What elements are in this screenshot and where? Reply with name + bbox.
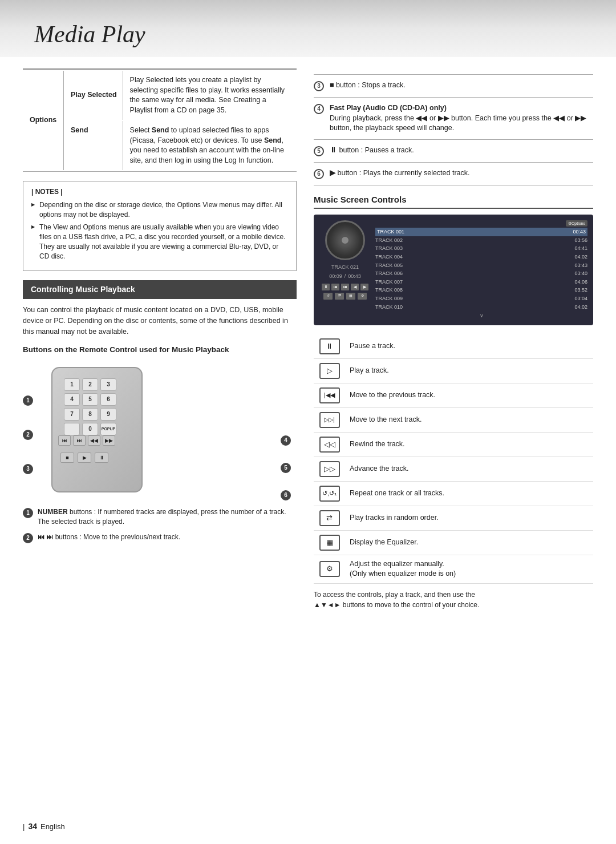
callout-2: 2 [23,430,33,440]
right-note-5-text: ⏸ button : Pauses a track. [330,146,414,156]
advance-icon-cell: ▷▷ [314,457,345,481]
controlling-header: Controlling Music Playback [23,280,297,300]
disc-center [342,237,348,244]
eq-desc: Display the Equalizer. [345,530,593,555]
screen-btn-eq2: ⚙ [358,293,367,300]
right-note-4-text: Fast Play (Audio CD (CD-DA) only) During… [330,103,593,134]
next-icon-cell: ▷▷| [314,407,345,432]
repeat-icon: ↺,↺₁ [319,486,340,502]
remote-nav: ⏮ ⏭ ◀◀ ▶▶ [58,435,115,446]
right-note-4: 4 Fast Play (Audio CD (CD-DA) only) Duri… [314,103,593,134]
shuffle-icon-cell: ⇄ [314,506,345,530]
btn-7: 7 [64,408,80,421]
remote-control: 1 2 3 4 5 6 7 8 9 0 POPUP [51,367,143,492]
send-text: Select Send to upload selected files to … [124,121,295,170]
shuffle-icon: ⇄ [319,510,340,526]
btn-prev-nav: ⏮ [58,435,71,446]
note-circle-1: 1 [23,508,33,518]
btn-ff: ▶▶ [103,435,115,446]
track-row: TRACK 00304:41 [375,244,587,253]
remote-transport: ■ ▶ ⏸ [60,453,108,463]
note-item-1: Depending on the disc or storage device,… [31,200,288,220]
note-circle-2: 2 [23,533,33,543]
track-row: TRACK 01004:02 [375,303,587,312]
page-language: English [40,822,65,832]
track-info: TRACK 021 [331,264,359,271]
right-note-5: 5 ⏸ button : Pauses a track. [314,146,593,156]
screen-btn-shuffle: ⇄ [335,293,344,300]
btn-0: 0 [82,423,98,435]
options-table: Options Play Selected Play Selected lets… [23,68,297,172]
disc-icon [325,220,365,260]
btn-3: 3 [100,378,116,391]
btn-empty [64,423,80,435]
remote-area: 1 2 3 1 2 3 4 5 6 7 8 [23,361,297,498]
eq-icon: ▦ [319,535,340,551]
repeat-desc: Repeat one track or all tracks. [345,481,593,506]
pause-desc: Pause a track. [345,334,593,359]
control-row-next: ▷▷| Move to the next track. [314,407,593,432]
screen-left: TRACK 021 00:09 / 00:43 ⏸ ⏮ ⏭ ◀ ▶ ↺ [319,220,371,320]
control-row-pause: ⏸ Pause a track. [314,334,593,359]
track-row-active: TRACK 001 00:43 [375,228,587,236]
buttons-section-title: Buttons on the Remote Control used for M… [23,345,297,356]
right-note-3: 3 ■ button : Stops a track. [314,80,593,91]
right-note-6: 6 ▶ button : Plays the currently selecte… [314,168,593,179]
screen-btn-ff: ▶ [360,284,368,290]
eq-manual-icon: ⚙ [319,561,340,577]
track-row: TRACK 00203:56 [375,236,587,245]
eq-manual-icon-cell: ⚙ [314,555,345,583]
prev-icon: |◀◀ [319,387,340,403]
shuffle-desc: Play tracks in random order. [345,506,593,530]
advance-desc: Advance the track. [345,457,593,481]
play-selected-text: Play Selected lets you create a playlist… [124,71,295,120]
time-info: 00:09 / 00:43 [329,273,361,280]
prev-desc: Move to the previous track. [345,383,593,407]
screen-btn-next: ⏭ [341,284,349,290]
numbered-notes: 1 NUMBER buttons : If numbered tracks ar… [23,507,297,543]
repeat-icon-cell: ↺,↺₁ [314,481,345,506]
btn-popup: POPUP [100,423,116,435]
btn-2: 2 [82,378,98,391]
callout-6: 6 [281,490,291,500]
screen-btn-rew: ◀ [351,284,359,290]
time-total: 00:43 [348,273,361,280]
play-icon: ▷ [319,363,340,379]
control-row-rewind: ◁◁ Rewind the track. [314,432,593,457]
btn-stop: ■ [60,453,74,463]
rewind-icon: ◁◁ [319,437,340,453]
track-list: TRACK 001 00:43 TRACK 00203:56 TRACK 003… [375,228,587,311]
circle-4: 4 [314,104,324,114]
header: Media Play [0,0,616,57]
play-selected-label: Play Selected [65,71,123,120]
eq-icon-cell: ▦ [314,530,345,555]
pause-icon-cell: ⏸ [314,334,345,359]
track-row: TRACK 00704:06 [375,278,587,286]
page-number: 34 [28,821,37,833]
control-row-prev: |◀◀ Move to the previous track. [314,383,593,407]
circle-3: 3 [314,81,324,91]
note-num-1: 1 NUMBER buttons : If numbered tracks ar… [23,507,297,527]
btn-rew: ◀◀ [88,435,100,446]
options-label: Options [24,71,64,170]
controlling-body: You can control the playback of music co… [23,305,297,337]
send-label: Send [65,121,123,170]
callout-3: 3 [23,464,33,474]
time-elapsed: 00:09 [329,273,342,280]
right-note-3-text: ■ button : Stops a track. [330,80,406,91]
track-list-header: ⚙Options [375,220,587,227]
btn-9: 9 [100,408,116,421]
music-screen-title: Music Screen Controls [314,193,593,209]
control-row-play: ▷ Play a track. [314,358,593,383]
footer-text: To access the controls, play a track, an… [314,589,593,610]
content-area: Options Play Selected Play Selected lets… [0,57,616,621]
callout-4: 4 [281,435,291,446]
notes-title: | NOTES | [31,187,288,197]
rewind-desc: Rewind the track. [345,432,593,457]
control-row-shuffle: ⇄ Play tracks in random order. [314,506,593,530]
right-callouts: 4 5 6 [281,435,291,500]
track-row: TRACK 00803:52 [375,286,587,294]
right-notes: 3 ■ button : Stops a track. 4 Fast Play … [314,74,593,185]
screen-right: ⚙Options TRACK 001 00:43 TRACK 00203:56 … [375,220,587,320]
prev-icon-cell: |◀◀ [314,383,345,407]
